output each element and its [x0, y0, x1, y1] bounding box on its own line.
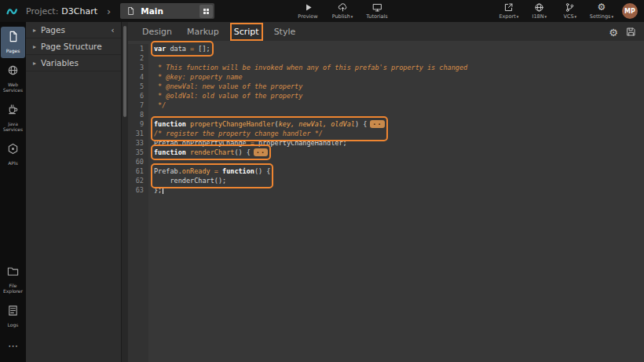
activitybar-item-logs[interactable]: Logs — [1, 301, 25, 332]
line-number: 33 — [128, 138, 144, 148]
line-number: 2 — [128, 53, 144, 63]
page-selector[interactable]: Main — [120, 3, 214, 19]
activity-bar-top: PagesWeb ServicesJava ServicesAPIs — [1, 27, 25, 172]
branch-icon — [565, 2, 575, 13]
topbar-right-actions: Export▾I18N▾VCS▾⚙Settings▾MP — [498, 0, 638, 22]
grid-view-button[interactable] — [199, 5, 213, 18]
tabs: DesignMarkupScriptStyle — [142, 27, 295, 37]
project-title: Project:D3Chart — [26, 6, 97, 16]
code-line[interactable]: }; — [154, 185, 163, 195]
tab-markup[interactable]: Markup — [187, 27, 219, 37]
topbar-action-vcs[interactable]: VCS▾ — [559, 2, 581, 20]
page-selector-label: Main — [141, 6, 194, 16]
code-line[interactable]: * @newVal: new value of the property — [154, 82, 467, 91]
code-line[interactable]: Prefab.onReady = function() { — [154, 166, 270, 176]
topbar-action-tutorials[interactable]: Tutorials — [366, 2, 388, 20]
code-line[interactable]: * @oldVal: old value of the property — [154, 91, 467, 101]
activitybar-item-file-explorer[interactable]: File Explorer — [1, 261, 25, 298]
code-line[interactable]: function renderChart() {·· — [154, 148, 268, 157]
code-line[interactable]: var data = []; — [154, 44, 210, 53]
code-group — [154, 157, 158, 166]
explorer-panel: ▸Pages‹▸Page Structure▸Variables — [26, 22, 122, 362]
java-services-icon — [7, 104, 19, 119]
code-line[interactable]: renderChart(); — [154, 176, 270, 185]
action-label: Tutorials — [366, 13, 387, 20]
code-token: propertyChangeHandler; — [254, 139, 347, 147]
line-number: 60 — [128, 157, 144, 166]
user-avatar[interactable]: MP — [622, 3, 638, 19]
code-token: ) { — [355, 120, 367, 128]
code-token: function — [222, 167, 254, 175]
annotation-box: function renderChart() {·· — [154, 148, 268, 157]
explorer-section-variables[interactable]: ▸Variables — [26, 55, 121, 71]
topbar-action-export[interactable]: Export▾ — [498, 2, 520, 20]
project-label: Project: — [26, 6, 58, 16]
tab-script[interactable]: Script — [234, 27, 259, 37]
code-line[interactable]: * @key: property name — [154, 72, 467, 82]
code-token: renderChart(); — [154, 177, 226, 185]
activitybar-item-apis[interactable]: APIs — [1, 139, 25, 170]
code-line[interactable]: /* register the property change handler … — [154, 129, 385, 138]
line-number: 8 — [128, 110, 144, 119]
gear-icon: ⚙ — [609, 27, 618, 38]
code-token: renderChart — [190, 148, 234, 156]
topbar-action-publish[interactable]: Publish▾ — [331, 2, 353, 20]
code-token: () { — [254, 167, 270, 175]
topbar-action-settings[interactable]: ⚙Settings▾ — [590, 2, 613, 20]
topbar-left: Project:D3Chart › Main — [0, 3, 214, 19]
expand-arrow-icon: ▸ — [33, 27, 36, 34]
project-name: D3Chart — [61, 6, 97, 16]
explorer-section-pages[interactable]: ▸Pages‹ — [26, 22, 121, 38]
cloud-upload-icon — [338, 2, 348, 13]
line-number: 1 — [128, 44, 144, 53]
script-editor[interactable]: 123456789313335606162f63 var data = []; … — [128, 41, 644, 362]
tab-style[interactable]: Style — [274, 27, 296, 37]
collapse-panel-button[interactable]: ‹ — [108, 25, 118, 35]
code-token: propertyChangeHandler — [190, 120, 274, 128]
code-token: data — [166, 45, 190, 53]
topbar-center-actions: PreviewPublish▾Tutorials — [297, 0, 388, 22]
folded-code-pill[interactable]: ·· — [370, 120, 384, 128]
app-logo-icon[interactable] — [6, 5, 20, 18]
tab-design[interactable]: Design — [142, 27, 172, 37]
line-number: f63 — [128, 185, 144, 195]
topbar-action-preview[interactable]: Preview — [297, 2, 319, 20]
line-number: 61 — [128, 166, 144, 176]
code-line[interactable] — [154, 53, 467, 63]
code-line[interactable]: Prefab.onPropertyChange = propertyChange… — [154, 138, 347, 148]
code-token: var — [154, 45, 166, 53]
caret-down-icon: ▾ — [545, 14, 547, 19]
topbar-action-i18n[interactable]: I18N▾ — [529, 2, 551, 20]
caret-down-icon: ▾ — [517, 14, 519, 19]
settings-gear-button[interactable]: ⚙ — [609, 24, 618, 39]
code-line[interactable] — [154, 157, 158, 166]
code-line[interactable]: */ — [154, 101, 467, 110]
save-button[interactable] — [626, 27, 636, 37]
editor-column: DesignMarkupScriptStyle ⚙ 12345678931333… — [128, 22, 644, 362]
line-number: 35 — [128, 148, 144, 157]
gear-icon: ⚙ — [598, 2, 606, 13]
line-number: 7 — [128, 101, 144, 110]
annotation-box: Prefab.onReady = function() { renderChar… — [154, 166, 270, 185]
code-group: }; — [154, 185, 163, 195]
line-number: 5 — [128, 82, 144, 91]
code-line[interactable] — [154, 110, 467, 119]
activitybar-item-java-services[interactable]: Java Services — [1, 100, 25, 137]
page-icon — [126, 4, 135, 19]
panel-scrollbar — [122, 22, 128, 362]
code-group: Prefab.onPropertyChange = propertyChange… — [154, 138, 347, 148]
activitybar-item-more[interactable]: ⋯ — [1, 334, 25, 357]
scrollbar-thumb[interactable] — [123, 26, 126, 117]
monitor-icon — [372, 2, 382, 13]
line-number: 6 — [128, 91, 144, 101]
activitybar-item-web-services[interactable]: Web Services — [1, 60, 25, 97]
code-line[interactable]: * This function will be invoked when any… — [154, 63, 467, 72]
code-line[interactable]: function propertyChangeHandler(key, newV… — [154, 119, 385, 129]
explorer-section-page-structure[interactable]: ▸Page Structure — [26, 38, 121, 55]
activitybar-item-label: Java Services — [2, 121, 24, 133]
line-number: 3 — [128, 63, 144, 72]
caret-down-icon: ▾ — [351, 14, 353, 19]
activitybar-item-pages[interactable]: Pages — [1, 27, 25, 58]
wavemaker-studio-window: Project:D3Chart › Main PreviewPublish▾Tu… — [0, 0, 644, 362]
folded-code-pill[interactable]: ·· — [254, 148, 268, 156]
